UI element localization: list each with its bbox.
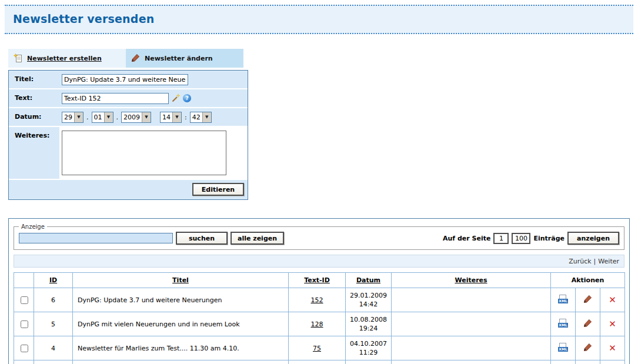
chevron-down-icon: ▼ <box>104 112 113 122</box>
chevron-down-icon: ▼ <box>74 112 83 122</box>
row-titel: DynPG: Update 3.7 und weitere Neuerungen <box>73 288 289 312</box>
xml-export-icon[interactable]: XML <box>551 312 576 336</box>
page-title: Newsletter versenden <box>5 6 633 33</box>
zurueck-link[interactable]: Zurück <box>569 258 591 265</box>
xml-export-icon[interactable]: XML <box>551 336 576 360</box>
pagination-bar: Zurück | Weiter <box>14 255 624 268</box>
row-datum: 29.01.2009 14:42 <box>346 288 392 312</box>
xml-export-icon[interactable]: XML <box>551 288 576 312</box>
newsletter-edit-form: Titel: Text: ? Datum: <box>8 70 248 200</box>
newsletter-table: ID Titel Text-ID Datum Weiteres Aktionen… <box>14 272 625 364</box>
tab-label: Newsletter ändern <box>145 55 213 62</box>
row-checkbox[interactable] <box>21 320 28 328</box>
tab-label: Newsletter erstellen <box>27 55 102 62</box>
select-column-header <box>14 273 34 288</box>
table-header-row: ID Titel Text-ID Datum Weiteres Aktionen <box>14 273 625 288</box>
row-checkbox[interactable] <box>21 345 28 352</box>
new-newsletter-icon <box>14 54 23 63</box>
row-datum: 10.08.2008 19:24 <box>346 312 392 336</box>
entries-label: Einträge <box>533 235 564 242</box>
edit-row-icon[interactable] <box>576 312 600 336</box>
minute-select[interactable]: 42 ▼ <box>190 112 212 123</box>
row-titel: DynPG mit vielen Neuerungen und in neuem… <box>73 312 289 336</box>
sort-datum-header[interactable]: Datum <box>356 276 380 284</box>
date-separator: . <box>116 113 119 121</box>
hour-select[interactable]: 14 ▼ <box>160 112 182 123</box>
weiteres-textarea[interactable] <box>62 131 226 175</box>
month-select[interactable]: 01 ▼ <box>92 112 113 123</box>
pagination-separator: | <box>594 258 596 265</box>
row-datum: 04.10.2007 11:29 <box>346 336 392 360</box>
day-select[interactable]: 29 ▼ <box>62 112 83 123</box>
aktionen-header: Aktionen <box>572 276 604 284</box>
form-actions: Editieren <box>9 180 248 199</box>
delete-row-icon[interactable]: ✕ <box>600 288 625 312</box>
sort-id-header[interactable]: ID <box>49 276 57 284</box>
year-select[interactable]: 2009 ▼ <box>121 112 151 123</box>
delete-row-icon[interactable]: ✕ <box>600 336 625 360</box>
titel-input[interactable] <box>62 74 188 85</box>
alle-zeigen-button[interactable]: alle zeigen <box>231 232 284 245</box>
row-titel: Newsletter für Marlies zum Test.... 11.3… <box>73 336 289 360</box>
weiteres-row: Weiteres: <box>9 127 248 180</box>
row-weiteres <box>392 336 551 360</box>
page-header: Newsletter versenden <box>5 5 633 34</box>
tab-newsletter-aendern[interactable]: Newsletter ändern <box>126 49 243 68</box>
page: Newsletter versenden Newsletter erstelle… <box>0 5 638 364</box>
chevron-down-icon: ▼ <box>142 112 151 122</box>
weiteres-label: Weiteres: <box>9 127 59 179</box>
chevron-down-icon: ▼ <box>172 112 181 122</box>
page-label: Auf der Seite <box>443 235 490 242</box>
table-row: 4 Newsletter für Marlies zum Test.... 11… <box>14 336 625 360</box>
row-weiteres <box>392 288 551 312</box>
table-row: 5 DynPG mit vielen Neuerungen und in neu… <box>14 312 625 336</box>
edit-pencil-icon <box>131 54 141 63</box>
anzeige-fieldset: Anzeige suchen alle zeigen Auf der Seite… <box>14 223 624 250</box>
edit-row-icon[interactable] <box>576 336 600 360</box>
time-separator: : <box>185 113 187 121</box>
entries-per-page-input[interactable] <box>512 233 530 244</box>
table-row: 6 DynPG: Update 3.7 und weitere Neuerung… <box>14 288 625 312</box>
delete-row-icon[interactable]: ✕ <box>600 312 625 336</box>
anzeige-legend: Anzeige <box>19 223 47 230</box>
edit-row-icon[interactable] <box>576 288 600 312</box>
row-id: 5 <box>34 312 73 336</box>
tab-newsletter-erstellen[interactable]: Newsletter erstellen <box>8 49 126 68</box>
search-input[interactable] <box>19 233 173 243</box>
row-id: 4 <box>34 336 73 360</box>
datum-row: Datum: 29 ▼ . 01 ▼ . 2009 ▼ 14 <box>9 108 248 127</box>
chevron-down-icon: ▼ <box>202 112 211 122</box>
editieren-button[interactable]: Editieren <box>192 183 244 196</box>
datum-label: Datum: <box>9 108 59 126</box>
text-label: Text: <box>9 89 59 107</box>
textid-link[interactable]: 75 <box>313 345 321 352</box>
titel-row: Titel: <box>9 71 248 89</box>
suchen-button[interactable]: suchen <box>176 232 228 245</box>
sort-titel-header[interactable]: Titel <box>172 276 189 284</box>
weiter-link[interactable]: Weiter <box>598 258 619 265</box>
date-separator: . <box>86 113 89 121</box>
page-number-input[interactable] <box>493 233 509 244</box>
textid-link[interactable]: 128 <box>311 320 323 328</box>
row-checkbox[interactable] <box>21 296 28 304</box>
row-id: 6 <box>34 288 73 312</box>
help-icon[interactable]: ? <box>183 94 191 102</box>
tab-bar: Newsletter erstellen Newsletter ändern <box>8 49 638 68</box>
titel-label: Titel: <box>9 71 59 88</box>
sort-textid-header[interactable]: Text-ID <box>304 276 330 284</box>
textid-link[interactable]: 152 <box>311 296 323 304</box>
sort-weiteres-header[interactable]: Weiteres <box>455 276 487 284</box>
text-row: Text: ? <box>9 89 248 108</box>
anzeigen-button[interactable]: anzeigen <box>567 232 619 245</box>
table-row-partial <box>14 360 625 364</box>
wand-icon[interactable] <box>171 93 181 103</box>
text-input[interactable] <box>62 93 169 104</box>
newsletter-list-panel: Anzeige suchen alle zeigen Auf der Seite… <box>8 218 630 364</box>
row-weiteres <box>392 312 551 336</box>
